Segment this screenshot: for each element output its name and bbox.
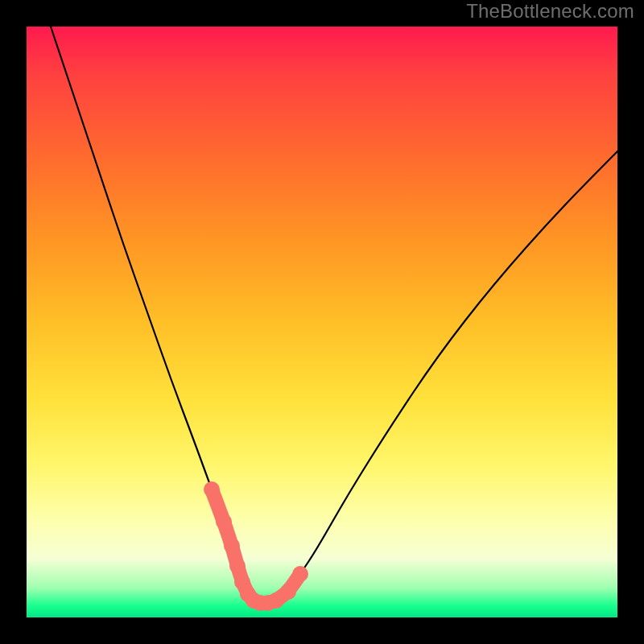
valley-dot — [292, 566, 308, 582]
plot-area — [27, 27, 617, 617]
curve-svg — [27, 27, 617, 617]
valley-dot — [224, 538, 240, 554]
chart-container: TheBottleneck.com — [0, 0, 644, 644]
valley-dot — [280, 584, 296, 600]
valley-dot — [229, 558, 246, 574]
bottleneck-curve — [51, 27, 617, 603]
watermark-text: TheBottleneck.com — [466, 0, 634, 23]
valley-dot — [216, 514, 232, 530]
valley-dot — [204, 481, 220, 497]
